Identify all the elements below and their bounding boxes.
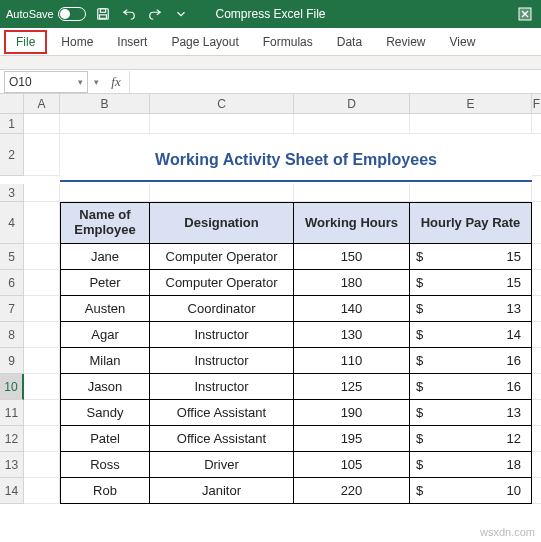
tab-home[interactable]: Home — [49, 28, 105, 56]
cell[interactable] — [24, 400, 60, 426]
col-header-b[interactable]: B — [60, 94, 150, 114]
table-cell-designation[interactable]: Office Assistant — [150, 400, 294, 426]
worksheet-grid[interactable]: A B C D E F 1 2 Working Activity Sheet o… — [0, 94, 541, 244]
cell[interactable] — [532, 270, 541, 296]
cell[interactable] — [532, 296, 541, 322]
table-cell-hours[interactable]: 105 — [294, 452, 410, 478]
table-cell-name[interactable]: Agar — [60, 322, 150, 348]
cell[interactable] — [24, 426, 60, 452]
table-header-hours[interactable]: Working Hours — [294, 202, 410, 244]
col-header-f[interactable]: F — [532, 94, 541, 114]
table-cell-rate[interactable]: $13 — [410, 296, 532, 322]
table-cell-rate[interactable]: $15 — [410, 270, 532, 296]
table-cell-rate[interactable]: $10 — [410, 478, 532, 504]
cell[interactable] — [24, 244, 60, 270]
table-cell-rate[interactable]: $14 — [410, 322, 532, 348]
formula-expand-icon[interactable]: ▾ — [94, 77, 99, 87]
cell[interactable] — [532, 374, 541, 400]
row-header[interactable]: 11 — [0, 400, 24, 426]
table-cell-rate[interactable]: $12 — [410, 426, 532, 452]
cell[interactable] — [294, 184, 410, 202]
table-header-rate[interactable]: Hourly Pay Rate — [410, 202, 532, 244]
table-cell-hours[interactable]: 140 — [294, 296, 410, 322]
cell[interactable] — [24, 114, 60, 134]
table-cell-name[interactable]: Milan — [60, 348, 150, 374]
table-cell-rate[interactable]: $13 — [410, 400, 532, 426]
table-cell-rate[interactable]: $16 — [410, 374, 532, 400]
cell[interactable] — [150, 114, 294, 134]
table-cell-name[interactable]: Peter — [60, 270, 150, 296]
table-cell-designation[interactable]: Janitor — [150, 478, 294, 504]
tab-page-layout[interactable]: Page Layout — [159, 28, 250, 56]
table-cell-designation[interactable]: Computer Operator — [150, 244, 294, 270]
cell[interactable] — [532, 452, 541, 478]
cell[interactable] — [60, 184, 150, 202]
col-header-c[interactable]: C — [150, 94, 294, 114]
table-cell-hours[interactable]: 130 — [294, 322, 410, 348]
table-cell-hours[interactable]: 125 — [294, 374, 410, 400]
col-header-e[interactable]: E — [410, 94, 532, 114]
row-header[interactable]: 5 — [0, 244, 24, 270]
table-cell-rate[interactable]: $15 — [410, 244, 532, 270]
row-header[interactable]: 10 — [0, 374, 24, 400]
row-header[interactable]: 13 — [0, 452, 24, 478]
cell[interactable] — [532, 426, 541, 452]
cell[interactable] — [294, 114, 410, 134]
row-header[interactable]: 3 — [0, 184, 24, 202]
formula-input[interactable] — [129, 71, 541, 93]
row-header[interactable]: 8 — [0, 322, 24, 348]
row-header[interactable]: 12 — [0, 426, 24, 452]
table-cell-name[interactable]: Jane — [60, 244, 150, 270]
table-cell-name[interactable]: Sandy — [60, 400, 150, 426]
tab-view[interactable]: View — [438, 28, 488, 56]
cell[interactable] — [24, 322, 60, 348]
table-cell-designation[interactable]: Instructor — [150, 348, 294, 374]
cell[interactable] — [24, 374, 60, 400]
qat-dropdown-icon[interactable] — [174, 7, 188, 21]
save-icon[interactable] — [96, 7, 110, 21]
cell[interactable] — [24, 134, 60, 176]
undo-icon[interactable] — [122, 7, 136, 21]
table-cell-rate[interactable]: $18 — [410, 452, 532, 478]
cell[interactable] — [24, 348, 60, 374]
col-header-a[interactable]: A — [24, 94, 60, 114]
cell[interactable] — [410, 184, 532, 202]
cell[interactable] — [24, 270, 60, 296]
cell[interactable] — [410, 114, 532, 134]
row-header[interactable]: 2 — [0, 134, 24, 176]
chevron-down-icon[interactable]: ▾ — [78, 77, 83, 87]
cell[interactable] — [532, 244, 541, 270]
table-cell-name[interactable]: Rob — [60, 478, 150, 504]
cell[interactable] — [532, 348, 541, 374]
name-box[interactable]: O10 ▾ — [4, 71, 88, 93]
tab-insert[interactable]: Insert — [105, 28, 159, 56]
tab-data[interactable]: Data — [325, 28, 374, 56]
cell[interactable] — [150, 184, 294, 202]
table-cell-designation[interactable]: Computer Operator — [150, 270, 294, 296]
autosave-group[interactable]: AutoSave — [6, 7, 86, 21]
row-header[interactable]: 1 — [0, 114, 24, 134]
row-header[interactable]: 4 — [0, 202, 24, 244]
cell[interactable] — [532, 184, 541, 202]
row-header[interactable]: 9 — [0, 348, 24, 374]
fx-button[interactable]: fx — [105, 74, 127, 90]
row-header[interactable]: 14 — [0, 478, 24, 504]
table-header-name[interactable]: Name of Employee — [60, 202, 150, 244]
cell[interactable] — [24, 452, 60, 478]
cell[interactable] — [532, 134, 541, 176]
table-cell-hours[interactable]: 195 — [294, 426, 410, 452]
cell[interactable] — [532, 114, 541, 134]
cell[interactable] — [24, 184, 60, 202]
tab-review[interactable]: Review — [374, 28, 437, 56]
table-cell-designation[interactable]: Instructor — [150, 374, 294, 400]
table-cell-designation[interactable]: Instructor — [150, 322, 294, 348]
redo-icon[interactable] — [148, 7, 162, 21]
select-all-corner[interactable] — [0, 94, 24, 114]
sheet-title[interactable]: Working Activity Sheet of Employees — [60, 140, 532, 182]
cell[interactable] — [24, 296, 60, 322]
autosave-toggle[interactable] — [58, 7, 86, 21]
tab-file[interactable]: File — [4, 30, 47, 54]
table-cell-name[interactable]: Ross — [60, 452, 150, 478]
table-cell-hours[interactable]: 190 — [294, 400, 410, 426]
cell[interactable] — [532, 400, 541, 426]
